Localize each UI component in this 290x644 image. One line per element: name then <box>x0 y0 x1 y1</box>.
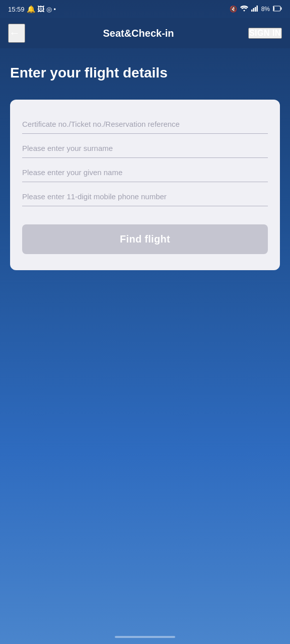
dot-indicator: • <box>54 6 56 13</box>
svg-rect-1 <box>253 8 254 12</box>
ticket-number-group <box>22 114 268 134</box>
svg-rect-3 <box>256 6 258 12</box>
form-card: Find flight <box>10 100 280 270</box>
back-button[interactable]: ← <box>8 24 25 43</box>
gallery-icon: 🖼 <box>37 5 44 13</box>
page-heading: Enter your flight details <box>10 64 280 82</box>
svg-rect-5 <box>281 7 282 10</box>
surname-input[interactable] <box>22 138 268 158</box>
phone-number-group <box>22 186 268 206</box>
svg-rect-0 <box>251 10 253 12</box>
given-name-input[interactable] <box>22 162 268 182</box>
battery-level: 8% <box>261 6 270 13</box>
status-left: 15:59 🔔 🖼 ◎ • <box>8 5 56 13</box>
svg-rect-2 <box>255 7 256 12</box>
given-name-group <box>22 162 268 182</box>
status-bar: 15:59 🔔 🖼 ◎ • 🔇 8% <box>0 0 290 18</box>
home-bar <box>115 636 175 638</box>
sign-in-button[interactable]: SIGN IN <box>248 28 282 39</box>
mute-icon: 🔇 <box>230 6 237 13</box>
back-arrow-icon: ← <box>9 27 20 40</box>
surname-group <box>22 138 268 158</box>
wifi-icon <box>240 6 248 13</box>
notification-icon: 🔔 <box>27 5 35 13</box>
status-right: 🔇 8% <box>230 6 282 13</box>
time-display: 15:59 <box>8 6 25 13</box>
battery-icon <box>273 6 282 13</box>
nav-bar: ← Seat&Check-in SIGN IN <box>0 18 290 48</box>
signal-icon <box>251 6 258 13</box>
find-flight-button[interactable]: Find flight <box>22 224 268 254</box>
page-content: Enter your flight details Find flight <box>0 48 290 630</box>
ticket-number-input[interactable] <box>22 114 268 134</box>
nav-title: Seat&Check-in <box>25 28 252 39</box>
vpn-icon: ◎ <box>46 6 52 13</box>
home-indicator <box>0 630 290 644</box>
phone-number-input[interactable] <box>22 186 268 206</box>
svg-rect-6 <box>273 7 274 11</box>
